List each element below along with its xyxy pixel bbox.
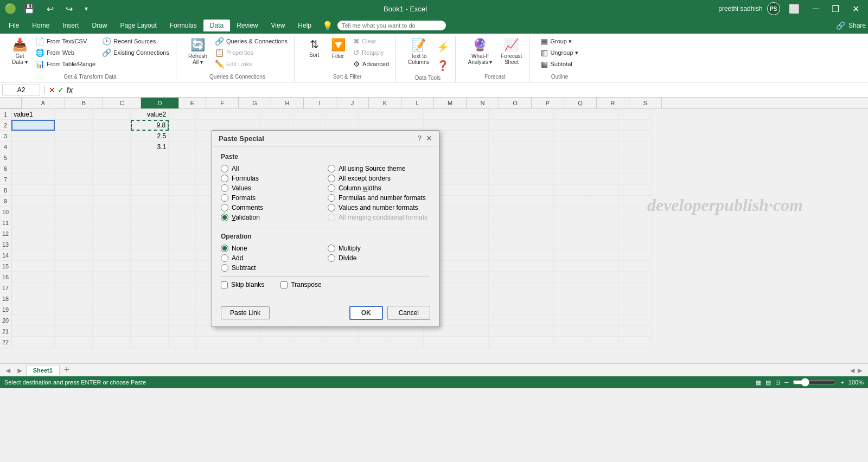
from-text-csv-button[interactable]: 📄 From Text/CSV: [33, 36, 98, 47]
cell-S16[interactable]: [619, 272, 652, 283]
cell-B10[interactable]: [55, 207, 93, 217]
cell-O22[interactable]: [489, 337, 521, 348]
cell-Q10[interactable]: [554, 207, 586, 217]
cell-A7[interactable]: [11, 174, 55, 185]
cell-B22[interactable]: [55, 337, 93, 348]
cell-H2[interactable]: [261, 120, 293, 131]
row-num-13[interactable]: 13: [0, 239, 11, 250]
col-header-R[interactable]: R: [597, 98, 629, 108]
cell-R3[interactable]: [586, 131, 619, 142]
cell-A3[interactable]: [11, 131, 55, 142]
cell-P19[interactable]: [521, 304, 554, 315]
cell-P11[interactable]: [521, 217, 554, 228]
cell-R14[interactable]: [586, 250, 619, 261]
cell-Q17[interactable]: [554, 283, 586, 293]
cell-H1[interactable]: [261, 109, 293, 120]
cell-J2[interactable]: [326, 120, 359, 131]
insert-function-icon[interactable]: fx: [66, 86, 73, 94]
menu-help[interactable]: Help: [291, 20, 318, 31]
row-num-17[interactable]: 17: [0, 283, 11, 293]
menu-draw[interactable]: Draw: [85, 20, 113, 31]
paste-option-all[interactable]: All: [221, 165, 323, 172]
row-num-11[interactable]: 11: [0, 217, 11, 228]
cell-E11[interactable]: [169, 217, 196, 228]
paste-option-formats[interactable]: Formats: [221, 194, 323, 202]
cell-R18[interactable]: [586, 293, 619, 304]
cell-N1[interactable]: [456, 109, 489, 120]
cell-E18[interactable]: [169, 293, 196, 304]
paste-radio-values[interactable]: [221, 184, 228, 192]
cell-N13[interactable]: [456, 239, 489, 250]
paste-radio-formats[interactable]: [221, 194, 228, 202]
name-box[interactable]: [2, 85, 40, 95]
cell-G2[interactable]: [228, 120, 261, 131]
menu-insert[interactable]: Insert: [56, 20, 85, 31]
paste-radio-formulas[interactable]: [221, 175, 228, 182]
cell-E4[interactable]: [169, 142, 196, 152]
cell-N11[interactable]: [456, 217, 489, 228]
row-num-10[interactable]: 10: [0, 207, 11, 217]
cell-E9[interactable]: [169, 196, 196, 207]
remove-dups-button[interactable]: ❓: [435, 59, 451, 73]
cell-D6[interactable]: [131, 163, 169, 174]
menu-formulas[interactable]: Formulas: [163, 20, 203, 31]
row-num-14[interactable]: 14: [0, 250, 11, 261]
op-radio-multiply[interactable]: [328, 245, 335, 252]
cell-S14[interactable]: [619, 250, 652, 261]
scroll-right-icon[interactable]: ►: [856, 366, 864, 375]
ok-button[interactable]: OK: [349, 306, 383, 320]
cell-B11[interactable]: [55, 217, 93, 228]
cell-B19[interactable]: [55, 304, 93, 315]
normal-view-icon[interactable]: ▦: [756, 379, 761, 386]
cell-S17[interactable]: [619, 283, 652, 293]
menu-data[interactable]: Data: [203, 20, 230, 31]
cell-I21[interactable]: [293, 326, 326, 337]
row-num-22[interactable]: 22: [0, 337, 11, 348]
cell-P10[interactable]: [521, 207, 554, 217]
clear-button[interactable]: ✖ Clear: [351, 36, 391, 47]
cancel-formula-icon[interactable]: ✕: [49, 86, 55, 94]
cell-B7[interactable]: [55, 174, 93, 185]
cell-M1[interactable]: [424, 109, 456, 120]
cell-E2[interactable]: [169, 120, 196, 131]
cell-A15[interactable]: [11, 261, 55, 272]
row-num-7[interactable]: 7: [0, 174, 11, 185]
cell-C18[interactable]: [93, 293, 131, 304]
cell-M2[interactable]: [424, 120, 456, 131]
cell-D1[interactable]: value2: [131, 109, 169, 120]
cell-O21[interactable]: [489, 326, 521, 337]
paste-radio-values-num[interactable]: [328, 204, 335, 211]
cell-L22[interactable]: [391, 337, 424, 348]
share-label[interactable]: Share: [848, 22, 866, 29]
cell-O12[interactable]: [489, 228, 521, 239]
restore-window-button[interactable]: ⬜: [784, 3, 804, 15]
what-if-analysis-button[interactable]: 🔮 What-IfAnalysis ▾: [464, 36, 495, 67]
row-num-5[interactable]: 5: [0, 152, 11, 163]
cell-D19[interactable]: [131, 304, 169, 315]
col-header-F[interactable]: F: [206, 98, 239, 108]
menu-page-layout[interactable]: Page Layout: [113, 20, 163, 31]
cell-D20[interactable]: [131, 315, 169, 326]
cell-N10[interactable]: [456, 207, 489, 217]
cell-B3[interactable]: [55, 131, 93, 142]
zoom-in-icon[interactable]: +: [840, 379, 844, 386]
cell-A1[interactable]: value1: [11, 109, 55, 120]
paste-radio-all-except-borders[interactable]: [328, 175, 335, 182]
cell-Q20[interactable]: [554, 315, 586, 326]
skip-blanks-option[interactable]: Skip blanks: [221, 281, 264, 288]
cell-O8[interactable]: [489, 185, 521, 196]
cell-C20[interactable]: [93, 315, 131, 326]
cell-A22[interactable]: [11, 337, 55, 348]
maximize-button[interactable]: ❐: [827, 3, 844, 15]
redo-button[interactable]: ↪: [61, 3, 77, 15]
cell-B1[interactable]: [55, 109, 93, 120]
cell-L1[interactable]: [391, 109, 424, 120]
cell-I2[interactable]: [293, 120, 326, 131]
dialog-help-icon[interactable]: ?: [417, 134, 422, 143]
cell-S6[interactable]: [619, 163, 652, 174]
cell-A16[interactable]: [11, 272, 55, 283]
op-radio-divide[interactable]: [328, 254, 335, 262]
from-table-button[interactable]: 📊 From Table/Range: [33, 59, 98, 69]
cell-D18[interactable]: [131, 293, 169, 304]
cell-B17[interactable]: [55, 283, 93, 293]
